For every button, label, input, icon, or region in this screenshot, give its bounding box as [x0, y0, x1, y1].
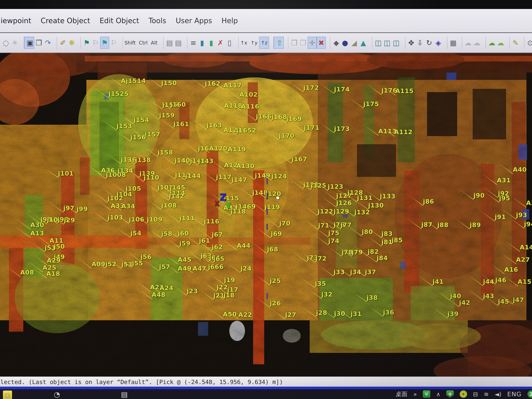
- mouse-left-icon[interactable]: ▤: [163, 37, 174, 49]
- cloud-gray1-icon[interactable]: ☁: [462, 37, 472, 49]
- cylinder-green-icon[interactable]: ▮: [207, 37, 216, 49]
- scan-flag-cam-icon[interactable]: ⚐: [109, 37, 118, 49]
- point-cloud-texture: [0, 53, 532, 376]
- seed-points-icon[interactable]: ❋: [67, 37, 76, 49]
- rotate-icon[interactable]: ↻: [424, 37, 434, 49]
- menu-user-apps[interactable]: User Apps: [176, 16, 212, 25]
- volume-icon[interactable]: ◄): [494, 391, 501, 398]
- menu-bar: iewpointCreate ObjectEdit ObjectToolsUse…: [0, 9, 532, 33]
- orbit-undo-icon[interactable]: ↷: [43, 37, 52, 49]
- cloud-green2-icon[interactable]: ☁: [496, 37, 505, 49]
- cloud-green1-icon[interactable]: ☁: [486, 37, 496, 49]
- monitor-bezel: [0, 0, 532, 9]
- notification-circle-icon[interactable]: 2: [527, 390, 532, 398]
- pen-icon[interactable]: ✎: [509, 37, 520, 49]
- ctrl-button[interactable]: Ctrl: [137, 37, 149, 49]
- chevron-more-icon[interactable]: »: [413, 391, 417, 398]
- gray-box-icon[interactable]: ❒: [288, 37, 298, 49]
- surface-cube-icon[interactable]: ▣: [24, 37, 34, 49]
- browser-swirl-icon[interactable]: ◔: [54, 390, 60, 399]
- sketch-si-icon[interactable]: ✐: [57, 37, 67, 49]
- menu-viewpoint[interactable]: iewpoint: [1, 16, 31, 25]
- green-up-arrow-icon[interactable]: ⇧: [273, 37, 284, 49]
- magnifier-icon[interactable]: ⊙: [524, 37, 532, 49]
- monitor-screen: iewpointCreate ObjectEdit ObjectToolsUse…: [0, 0, 532, 399]
- cylinder-outline-icon[interactable]: ▯: [225, 37, 234, 49]
- wire-cube-icon[interactable]: ❐: [34, 37, 43, 49]
- alt-button[interactable]: Alt: [149, 37, 159, 49]
- layer-stack-icon[interactable]: ≡: [187, 37, 197, 49]
- move-axis-icon[interactable]: ✥: [405, 37, 415, 49]
- taskbar-left: ▢◔▤: [0, 389, 245, 399]
- usb-tray-icon[interactable]: Ψ: [423, 390, 430, 398]
- status-text: lected. (Last object is on layer “Defaul…: [0, 379, 283, 385]
- axis-z-button[interactable]: ↑z: [259, 37, 269, 49]
- hatch-grid-icon[interactable]: ▦: [447, 37, 457, 49]
- folder-taskbar-icon[interactable]: ▢: [3, 391, 12, 399]
- wifi-icon[interactable]: ≋: [484, 391, 489, 398]
- menu-create-object[interactable]: Create Object: [41, 16, 90, 25]
- red-target-icon[interactable]: ✖: [317, 37, 326, 49]
- scan-flag-active-icon[interactable]: ⚑: [100, 37, 109, 49]
- language-indicator[interactable]: ENG: [507, 391, 522, 398]
- safety-ball-icon[interactable]: ✦: [460, 390, 467, 398]
- media-taskbar-icon[interactable]: ▤: [121, 390, 128, 399]
- menu-tools[interactable]: Tools: [149, 16, 166, 25]
- shift-button[interactable]: Shift: [123, 37, 137, 49]
- selection-circle-icon[interactable]: ◌: [1, 37, 10, 49]
- eye-cube-3-icon[interactable]: ◫: [392, 37, 401, 49]
- wedge-icon[interactable]: ◢: [350, 37, 359, 49]
- taskbar: ▢◔▤ 桌面»Ψ∧✚✦⊟≋◄)ENG2: [0, 389, 532, 399]
- system-tray: 桌面»Ψ∧✚✦⊟≋◄)ENG2: [396, 389, 532, 399]
- taskbar-accent-line: [0, 386, 532, 389]
- translate-down-icon[interactable]: ⇩: [415, 37, 424, 49]
- axis-x-button[interactable]: ↑x: [238, 37, 249, 49]
- probe-diamond-icon[interactable]: ◆: [330, 37, 341, 49]
- desktop-label[interactable]: 桌面: [396, 390, 407, 398]
- tray-expand-icon[interactable]: ∧: [436, 391, 440, 398]
- cloud-gray2-icon[interactable]: ☁: [472, 37, 481, 49]
- blue-diamond-icon[interactable]: ◈: [434, 37, 443, 49]
- eye-cube-2-icon[interactable]: ◫: [383, 37, 392, 49]
- menu-help[interactable]: Help: [222, 16, 238, 25]
- point-cloud-viewport[interactable]: [0, 53, 532, 376]
- security-shield-icon[interactable]: ✚: [446, 390, 454, 398]
- scan-flag-outline-icon[interactable]: ⚐: [91, 37, 100, 49]
- mouse-right-icon[interactable]: ▤: [174, 37, 183, 49]
- eye-cube-1-icon[interactable]: ◫: [372, 37, 383, 49]
- cylinder-teal-icon[interactable]: ▮: [197, 37, 207, 49]
- red-strike-icon[interactable]: ✗: [216, 37, 225, 49]
- status-bar: lected. (Last object is on layer “Defaul…: [0, 376, 532, 387]
- navy-globe-icon[interactable]: ●: [341, 37, 350, 49]
- gray-box2-icon[interactable]: ❒: [298, 37, 308, 49]
- toolbar: ◌✳▣❐↷✐❋⚑⚐⚑⚐ShiftCtrlAlt▤▤≡▮▮✗▯↑x↑y↑z⇧❒❒✛…: [0, 33, 532, 53]
- battery-icon[interactable]: ⊟: [473, 391, 478, 398]
- menu-edit-object[interactable]: Edit Object: [100, 16, 139, 25]
- star-select-icon[interactable]: ✳: [10, 37, 19, 49]
- scan-flag-icon[interactable]: ⚑: [81, 37, 91, 49]
- cone-teal-icon[interactable]: ▲: [359, 37, 368, 49]
- add-point-icon[interactable]: ✛: [308, 37, 317, 49]
- axis-y-button[interactable]: ↑y: [249, 37, 259, 49]
